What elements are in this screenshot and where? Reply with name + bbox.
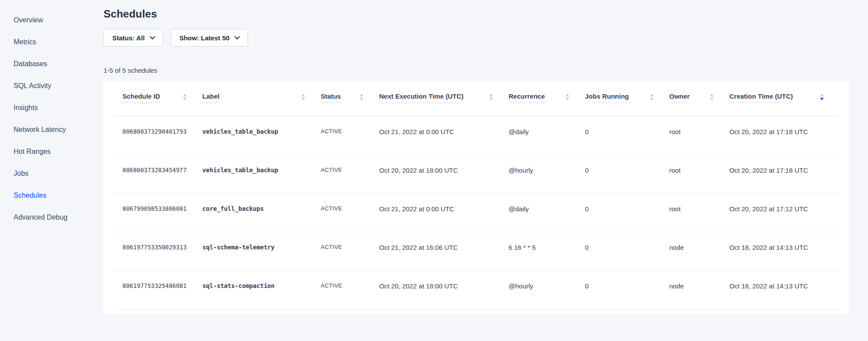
cell-creation_time: Oct 18, 2022 at 14:13 UTC (729, 271, 839, 309)
sidebar-nav: OverviewMetricsDatabasesSQL ActivityInsi… (14, 9, 95, 228)
cell-label: core_full_backups (202, 194, 321, 232)
sort-caret-down-icon (183, 98, 187, 100)
cell-next_execution: Oct 21, 2022 at 16:06 UTC (379, 232, 509, 271)
cell-status: ACTIVE (321, 155, 379, 194)
column-header-creation-time-utc[interactable]: Creation Time (UTC) (729, 81, 839, 117)
sort-carets-icon (710, 94, 714, 100)
cell-schedule_id: 806197753325486081 (113, 271, 202, 309)
sidebar-item-metrics[interactable]: Metrics (14, 31, 95, 53)
sort-caret-up-icon (360, 94, 363, 96)
cell-recurrence: @daily (509, 117, 585, 155)
table-row: 806800373290401793vehicles_table_backupA… (113, 117, 839, 155)
cell-owner: root (669, 155, 729, 194)
chevron-down-icon (234, 34, 240, 39)
status-filter-dropdown[interactable]: Status: All (104, 29, 163, 46)
results-count: 1-5 of 5 schedules (104, 67, 158, 74)
cell-next_execution: Oct 21, 2022 at 0:00 UTC (379, 194, 509, 232)
cell-owner: root (669, 117, 729, 155)
cell-status: ACTIVE (321, 271, 379, 309)
cell-status: ACTIVE (321, 194, 379, 232)
sidebar-item-databases[interactable]: Databases (14, 53, 95, 75)
sort-caret-up-icon (301, 94, 305, 96)
column-header-next-execution-time-utc[interactable]: Next Execution Time (UTC) (379, 81, 509, 117)
cell-next_execution: Oct 20, 2022 at 18:00 UTC (379, 271, 509, 309)
cell-schedule_id: 806800373290401793 (113, 117, 202, 155)
schedules-table-card: Schedule IDLabelStatusNext Execution Tim… (103, 81, 849, 313)
cell-status: ACTIVE (321, 117, 379, 155)
table-header-row: Schedule IDLabelStatusNext Execution Tim… (113, 81, 839, 117)
sort-carets-icon (650, 94, 653, 100)
table-row: 806799098533806081core_full_backupsACTIV… (113, 194, 839, 232)
column-label: Label (202, 92, 219, 103)
column-header-label[interactable]: Label (202, 81, 321, 117)
cell-label: sql-stats-compaction (202, 271, 321, 309)
cell-jobs_running: 0 (585, 232, 669, 271)
cell-recurrence: @daily (509, 194, 585, 232)
sidebar-item-hot-ranges[interactable]: Hot Ranges (14, 141, 95, 163)
sort-carets-icon (360, 94, 363, 100)
sort-carets-icon (301, 94, 305, 100)
cell-schedule_id: 806197753350029313 (113, 232, 202, 271)
show-filter-label: Show: Latest 50 (179, 34, 230, 42)
cell-creation_time: Oct 20, 2022 at 17:12 UTC (729, 194, 839, 232)
cell-jobs_running: 0 (585, 117, 669, 155)
cell-label: sql-schema-telemetry (202, 232, 321, 271)
cell-recurrence: @hourly (509, 271, 585, 309)
sort-carets-icon (489, 94, 493, 100)
show-filter-dropdown[interactable]: Show: Latest 50 (171, 29, 248, 46)
cell-label: vehicles_table_backup (202, 155, 321, 194)
sidebar-item-sql-activity[interactable]: SQL Activity (14, 75, 95, 97)
cell-creation_time: Oct 20, 2022 at 17:18 UTC (729, 117, 839, 155)
sort-carets-icon (183, 94, 187, 100)
cell-jobs_running: 0 (585, 271, 669, 309)
cell-owner: node (669, 271, 729, 309)
status-filter-label: Status: All (112, 34, 145, 42)
column-label: Creation Time (UTC) (729, 92, 793, 103)
table-row: 806800373283454977vehicles_table_backupA… (113, 155, 839, 194)
sort-caret-up-icon (566, 94, 569, 96)
sidebar-item-insights[interactable]: Insights (14, 97, 95, 119)
table-row: 806197753350029313sql-schema-telemetryAC… (113, 232, 839, 271)
column-label: Next Execution Time (UTC) (379, 92, 463, 103)
chevron-down-icon (150, 34, 155, 39)
sort-caret-down-icon (489, 98, 493, 100)
column-label: Schedule ID (122, 92, 160, 103)
sort-caret-down-icon (360, 98, 363, 100)
sort-caret-down-icon (301, 98, 305, 100)
column-header-status[interactable]: Status (321, 81, 379, 117)
sidebar-item-network-latency[interactable]: Network Latency (14, 119, 95, 141)
column-label: Owner (669, 92, 690, 103)
sidebar-item-advanced-debug[interactable]: Advanced Debug (14, 206, 95, 228)
sort-caret-up-icon (183, 94, 187, 96)
column-header-recurrence[interactable]: Recurrence (509, 81, 585, 117)
table-body: 806800373290401793vehicles_table_backupA… (113, 117, 839, 309)
sort-carets-icon (820, 94, 824, 100)
cell-recurrence: @hourly (509, 155, 585, 194)
cell-next_execution: Oct 20, 2022 at 18:00 UTC (379, 155, 509, 194)
column-header-jobs-running[interactable]: Jobs Running (585, 81, 669, 117)
sort-caret-up-icon (710, 94, 714, 96)
cell-owner: root (669, 194, 729, 232)
cell-jobs_running: 0 (585, 194, 669, 232)
page-title: Schedules (104, 8, 157, 20)
column-label: Recurrence (509, 92, 545, 103)
cell-next_execution: Oct 21, 2022 at 0:00 UTC (379, 117, 509, 155)
cell-jobs_running: 0 (585, 155, 669, 194)
sort-caret-down-icon (566, 98, 569, 100)
schedules-table: Schedule IDLabelStatusNext Execution Tim… (113, 81, 839, 309)
column-header-schedule-id[interactable]: Schedule ID (113, 81, 202, 117)
sort-caret-up-icon (650, 94, 653, 96)
sidebar-item-jobs[interactable]: Jobs (14, 163, 95, 185)
column-header-owner[interactable]: Owner (669, 81, 729, 117)
cell-status: ACTIVE (321, 232, 379, 271)
sort-caret-down-icon (820, 98, 824, 100)
table-row: 806197753325486081sql-stats-compactionAC… (113, 271, 839, 309)
cell-schedule_id: 806799098533806081 (113, 194, 202, 232)
sidebar-item-schedules[interactable]: Schedules (14, 185, 95, 206)
sort-carets-icon (566, 94, 569, 100)
sort-caret-down-icon (710, 98, 714, 100)
column-label: Jobs Running (585, 92, 629, 103)
cell-owner: node (669, 232, 729, 271)
sidebar-item-overview[interactable]: Overview (14, 9, 95, 31)
filter-bar: Status: All Show: Latest 50 (104, 29, 248, 46)
